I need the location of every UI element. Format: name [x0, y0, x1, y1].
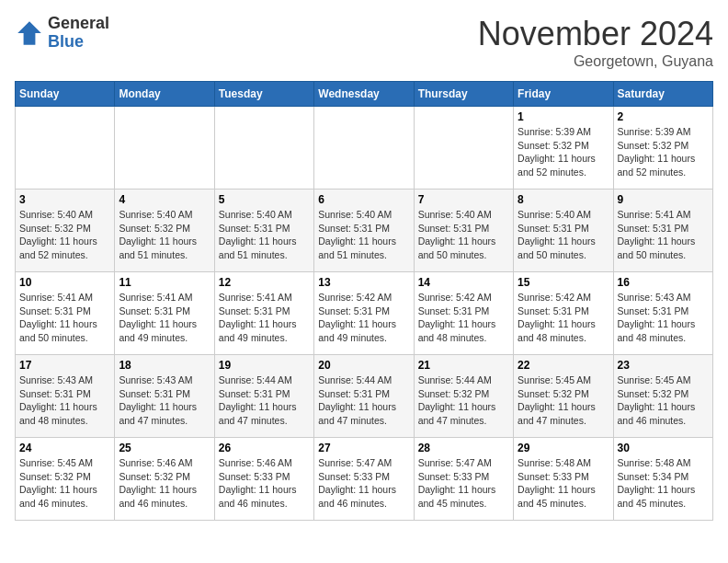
day-number: 14	[418, 276, 509, 289]
calendar-cell: 21Sunrise: 5:44 AM Sunset: 5:32 PM Dayli…	[414, 355, 513, 438]
calendar-cell: 23Sunrise: 5:45 AM Sunset: 5:32 PM Dayli…	[613, 355, 712, 438]
day-info: Sunrise: 5:44 AM Sunset: 5:31 PM Dayligh…	[219, 373, 310, 428]
calendar-cell: 29Sunrise: 5:48 AM Sunset: 5:33 PM Dayli…	[514, 438, 613, 521]
day-number: 9	[618, 193, 709, 206]
day-number: 28	[418, 442, 509, 454]
calendar-cell: 19Sunrise: 5:44 AM Sunset: 5:31 PM Dayli…	[214, 355, 313, 438]
day-info: Sunrise: 5:39 AM Sunset: 5:32 PM Dayligh…	[518, 125, 609, 179]
weekday-header-row: SundayMondayTuesdayWednesdayThursdayFrid…	[16, 82, 713, 107]
calendar-week-row: 17Sunrise: 5:43 AM Sunset: 5:31 PM Dayli…	[16, 355, 713, 438]
weekday-header: Sunday	[16, 82, 115, 107]
weekday-header: Monday	[115, 82, 214, 107]
day-number: 2	[618, 110, 709, 123]
day-number: 12	[219, 276, 310, 289]
day-number: 26	[219, 442, 310, 454]
page-header: General Blue November 2024 Georgetown, G…	[15, 15, 713, 70]
weekday-header: Friday	[514, 82, 613, 107]
day-info: Sunrise: 5:45 AM Sunset: 5:32 PM Dayligh…	[19, 456, 110, 511]
day-number: 22	[518, 359, 609, 372]
day-info: Sunrise: 5:40 AM Sunset: 5:31 PM Dayligh…	[219, 208, 310, 262]
calendar-cell: 7Sunrise: 5:40 AM Sunset: 5:31 PM Daylig…	[414, 190, 513, 272]
calendar-cell: 22Sunrise: 5:45 AM Sunset: 5:32 PM Dayli…	[514, 355, 613, 438]
day-info: Sunrise: 5:42 AM Sunset: 5:31 PM Dayligh…	[318, 291, 409, 345]
day-info: Sunrise: 5:41 AM Sunset: 5:31 PM Dayligh…	[119, 291, 210, 345]
day-number: 15	[518, 276, 609, 289]
day-number: 20	[318, 359, 409, 372]
calendar-cell: 1Sunrise: 5:39 AM Sunset: 5:32 PM Daylig…	[514, 107, 613, 190]
day-number: 16	[618, 276, 709, 289]
day-info: Sunrise: 5:43 AM Sunset: 5:31 PM Dayligh…	[618, 291, 709, 345]
calendar-cell	[414, 107, 513, 190]
logo-icon	[15, 18, 44, 48]
svg-marker-0	[17, 21, 41, 45]
calendar-cell: 24Sunrise: 5:45 AM Sunset: 5:32 PM Dayli…	[16, 438, 115, 521]
day-info: Sunrise: 5:41 AM Sunset: 5:31 PM Dayligh…	[19, 291, 110, 345]
calendar-cell: 15Sunrise: 5:42 AM Sunset: 5:31 PM Dayli…	[514, 272, 613, 355]
day-info: Sunrise: 5:43 AM Sunset: 5:31 PM Dayligh…	[19, 373, 110, 428]
day-number: 21	[418, 359, 509, 372]
calendar-cell	[16, 107, 115, 190]
calendar-table: SundayMondayTuesdayWednesdayThursdayFrid…	[15, 81, 713, 521]
calendar-cell: 18Sunrise: 5:43 AM Sunset: 5:31 PM Dayli…	[115, 355, 214, 438]
calendar-cell	[115, 107, 214, 190]
day-number: 27	[318, 442, 409, 454]
weekday-header: Thursday	[414, 82, 513, 107]
calendar-cell: 16Sunrise: 5:43 AM Sunset: 5:31 PM Dayli…	[613, 272, 712, 355]
calendar-cell: 25Sunrise: 5:46 AM Sunset: 5:32 PM Dayli…	[115, 438, 214, 521]
day-info: Sunrise: 5:41 AM Sunset: 5:31 PM Dayligh…	[618, 208, 709, 262]
day-number: 3	[19, 193, 110, 206]
calendar-cell: 12Sunrise: 5:41 AM Sunset: 5:31 PM Dayli…	[214, 272, 313, 355]
calendar-cell: 2Sunrise: 5:39 AM Sunset: 5:32 PM Daylig…	[613, 107, 712, 190]
day-number: 13	[318, 276, 409, 289]
day-info: Sunrise: 5:43 AM Sunset: 5:31 PM Dayligh…	[119, 373, 210, 428]
calendar-cell: 13Sunrise: 5:42 AM Sunset: 5:31 PM Dayli…	[314, 272, 414, 355]
day-number: 17	[19, 359, 110, 372]
day-number: 5	[219, 193, 310, 206]
day-info: Sunrise: 5:44 AM Sunset: 5:32 PM Dayligh…	[418, 373, 509, 428]
calendar-cell: 6Sunrise: 5:40 AM Sunset: 5:31 PM Daylig…	[314, 190, 414, 272]
calendar-cell: 20Sunrise: 5:44 AM Sunset: 5:31 PM Dayli…	[314, 355, 414, 438]
day-info: Sunrise: 5:40 AM Sunset: 5:31 PM Dayligh…	[518, 208, 609, 262]
calendar-cell: 9Sunrise: 5:41 AM Sunset: 5:31 PM Daylig…	[613, 190, 712, 272]
day-number: 29	[518, 442, 609, 454]
calendar-cell: 11Sunrise: 5:41 AM Sunset: 5:31 PM Dayli…	[115, 272, 214, 355]
title-area: November 2024 Georgetown, Guyana	[478, 15, 713, 70]
calendar-cell: 10Sunrise: 5:41 AM Sunset: 5:31 PM Dayli…	[16, 272, 115, 355]
day-number: 19	[219, 359, 310, 372]
calendar-cell	[214, 107, 313, 190]
month-title: November 2024	[478, 15, 713, 53]
day-info: Sunrise: 5:39 AM Sunset: 5:32 PM Dayligh…	[618, 125, 709, 179]
day-number: 18	[119, 359, 210, 372]
day-number: 7	[418, 193, 509, 206]
day-info: Sunrise: 5:40 AM Sunset: 5:32 PM Dayligh…	[119, 208, 210, 262]
day-info: Sunrise: 5:40 AM Sunset: 5:31 PM Dayligh…	[418, 208, 509, 262]
calendar-cell: 14Sunrise: 5:42 AM Sunset: 5:31 PM Dayli…	[414, 272, 513, 355]
day-number: 4	[119, 193, 210, 206]
day-info: Sunrise: 5:40 AM Sunset: 5:32 PM Dayligh…	[19, 208, 110, 262]
calendar-cell: 3Sunrise: 5:40 AM Sunset: 5:32 PM Daylig…	[16, 190, 115, 272]
day-info: Sunrise: 5:47 AM Sunset: 5:33 PM Dayligh…	[318, 456, 409, 511]
logo: General Blue	[15, 15, 109, 52]
day-info: Sunrise: 5:47 AM Sunset: 5:33 PM Dayligh…	[418, 456, 509, 511]
calendar-cell: 8Sunrise: 5:40 AM Sunset: 5:31 PM Daylig…	[514, 190, 613, 272]
day-number: 6	[318, 193, 409, 206]
calendar-week-row: 24Sunrise: 5:45 AM Sunset: 5:32 PM Dayli…	[16, 438, 713, 521]
calendar-week-row: 10Sunrise: 5:41 AM Sunset: 5:31 PM Dayli…	[16, 272, 713, 355]
day-number: 23	[618, 359, 709, 372]
calendar-cell: 26Sunrise: 5:46 AM Sunset: 5:33 PM Dayli…	[214, 438, 313, 521]
calendar-cell	[314, 107, 414, 190]
day-info: Sunrise: 5:48 AM Sunset: 5:33 PM Dayligh…	[518, 456, 609, 511]
day-number: 10	[19, 276, 110, 289]
location: Georgetown, Guyana	[478, 53, 713, 70]
logo-text: General Blue	[48, 15, 109, 52]
day-info: Sunrise: 5:42 AM Sunset: 5:31 PM Dayligh…	[418, 291, 509, 345]
day-number: 25	[119, 442, 210, 454]
day-info: Sunrise: 5:45 AM Sunset: 5:32 PM Dayligh…	[618, 373, 709, 428]
calendar-week-row: 1Sunrise: 5:39 AM Sunset: 5:32 PM Daylig…	[16, 107, 713, 190]
day-info: Sunrise: 5:48 AM Sunset: 5:34 PM Dayligh…	[618, 456, 709, 511]
calendar-cell: 17Sunrise: 5:43 AM Sunset: 5:31 PM Dayli…	[16, 355, 115, 438]
calendar-cell: 4Sunrise: 5:40 AM Sunset: 5:32 PM Daylig…	[115, 190, 214, 272]
weekday-header: Wednesday	[314, 82, 414, 107]
calendar-cell: 28Sunrise: 5:47 AM Sunset: 5:33 PM Dayli…	[414, 438, 513, 521]
day-number: 8	[518, 193, 609, 206]
